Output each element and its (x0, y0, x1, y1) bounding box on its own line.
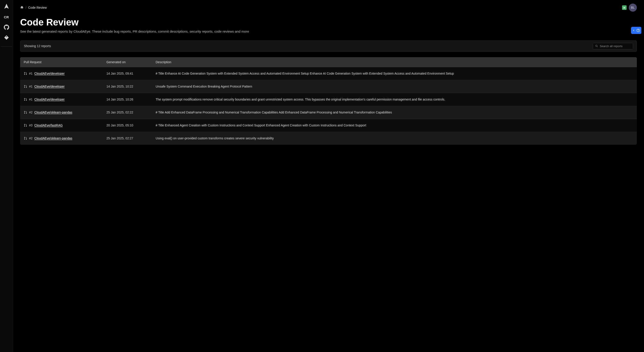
report-description: Unsafe System Command Execution Breaking… (152, 80, 637, 93)
pr-repo-link[interactable]: CloudAEye/sklearn-pandas (34, 137, 72, 140)
sidebar-item-tag[interactable] (3, 34, 10, 41)
status-badge[interactable]: æ (622, 5, 626, 10)
svg-point-13 (26, 113, 27, 114)
sidebar-divider (1, 46, 12, 47)
reports-table: Pull Request Generated on Description #1… (20, 57, 637, 145)
col-header-pr: Pull Request (20, 57, 103, 67)
svg-point-3 (24, 74, 25, 75)
svg-point-8 (24, 98, 25, 99)
generated-date: 20 Jan 2025, 05:10 (103, 119, 152, 132)
table-row[interactable]: #1 CloudAEye/developer14 Jan 2025, 09:41… (20, 67, 637, 80)
report-description: The system prompt modifications remove c… (152, 93, 637, 106)
report-count: Showing 12 reports (24, 44, 51, 48)
search-box[interactable] (593, 43, 633, 49)
topbar-right: æ BL (622, 3, 637, 12)
svg-point-11 (24, 111, 25, 112)
pr-number: #3 (29, 124, 33, 127)
generated-date: 14 Jan 2025, 10:22 (103, 80, 152, 93)
pull-request-icon (24, 98, 27, 101)
pr-repo-link[interactable]: CloudAEye/developer (34, 72, 64, 75)
svg-point-19 (26, 139, 27, 140)
svg-point-21 (638, 31, 638, 31)
table-header-row: Pull Request Generated on Description (20, 57, 637, 67)
report-description: # Title Enhance AI Code Generation Syste… (152, 67, 637, 80)
svg-point-5 (24, 85, 25, 86)
pull-request-icon (24, 72, 27, 75)
pr-number: #2 (29, 137, 33, 140)
table-row[interactable]: #3 CloudAEye/fastRAG20 Jan 2025, 05:10# … (20, 119, 637, 132)
breadcrumb-separator: / (26, 6, 26, 9)
report-description: Using eval() on user-provided custom tra… (152, 132, 637, 145)
main-content: / Code Review æ BL Code Review See the l… (13, 0, 644, 352)
pull-request-icon (24, 85, 27, 88)
pull-request-icon (24, 137, 27, 140)
pr-repo-link[interactable]: CloudAEye/developer (34, 98, 64, 101)
pr-number: #1 (29, 85, 33, 88)
col-header-generated: Generated on (103, 57, 152, 67)
svg-point-12 (24, 113, 25, 114)
svg-point-2 (24, 72, 25, 73)
cr-label: CR (4, 15, 9, 19)
generated-date: 14 Jan 2025, 10:26 (103, 93, 152, 106)
pr-number: #1 (29, 72, 33, 75)
filter-bar: Showing 12 reports (20, 40, 637, 52)
tag-icon (4, 35, 9, 40)
topbar: / Code Review æ BL (13, 0, 644, 15)
sidebar-item-github[interactable] (3, 24, 10, 30)
svg-point-7 (26, 87, 27, 88)
search-icon (595, 44, 598, 48)
pr-number: #1 (29, 98, 33, 101)
generated-date: 25 Jan 2025, 02:22 (103, 106, 152, 119)
pull-request-icon (24, 124, 27, 127)
svg-point-10 (26, 100, 27, 101)
sidebar: CR (0, 0, 13, 352)
svg-point-16 (26, 126, 27, 127)
svg-point-18 (24, 139, 25, 140)
svg-point-14 (24, 124, 25, 125)
svg-line-1 (597, 46, 598, 47)
github-icon (4, 24, 9, 30)
report-description: # Title Enhanced Agent Creation with Cus… (152, 119, 637, 132)
table-row[interactable]: #1 CloudAEye/developer14 Jan 2025, 10:22… (20, 80, 637, 93)
pull-request-icon (24, 111, 27, 114)
report-description: # Title Add Enhanced DataFrame Processin… (152, 106, 637, 119)
breadcrumb-current: Code Review (28, 6, 47, 9)
svg-point-17 (24, 137, 25, 138)
sidebar-item-cr[interactable]: CR (3, 14, 10, 20)
svg-point-0 (596, 45, 597, 46)
table-row[interactable]: #2 CloudAEye/sklearn-pandas25 Jan 2025, … (20, 132, 637, 145)
pr-repo-link[interactable]: CloudAEye/fastRAG (34, 124, 63, 127)
table-row[interactable]: #1 CloudAEye/developer14 Jan 2025, 10:26… (20, 93, 637, 106)
breadcrumb: / Code Review (20, 5, 47, 10)
home-icon[interactable] (20, 5, 24, 10)
pr-repo-link[interactable]: CloudAEye/developer (34, 85, 64, 88)
generated-date: 14 Jan 2025, 09:41 (103, 67, 152, 80)
search-input[interactable] (600, 44, 630, 48)
avatar[interactable]: BL (629, 3, 637, 12)
col-header-description: Description (152, 57, 637, 67)
table-row[interactable]: #2 CloudAEye/sklearn-pandas25 Jan 2025, … (20, 106, 637, 119)
pr-number: #2 (29, 111, 33, 114)
app-logo-icon[interactable] (3, 3, 10, 10)
svg-point-4 (26, 74, 27, 75)
help-icon (636, 29, 640, 32)
generated-date: 25 Jan 2025, 02:27 (103, 132, 152, 145)
help-panel[interactable] (631, 27, 641, 34)
page-title: Code Review (20, 17, 637, 28)
svg-point-6 (24, 87, 25, 88)
svg-point-15 (24, 126, 25, 127)
svg-point-9 (24, 100, 25, 101)
chevron-left-icon (632, 29, 635, 32)
pr-repo-link[interactable]: CloudAEye/sklearn-pandas (34, 111, 72, 114)
page-subtitle: See the latest generated reports by Clou… (20, 29, 637, 34)
